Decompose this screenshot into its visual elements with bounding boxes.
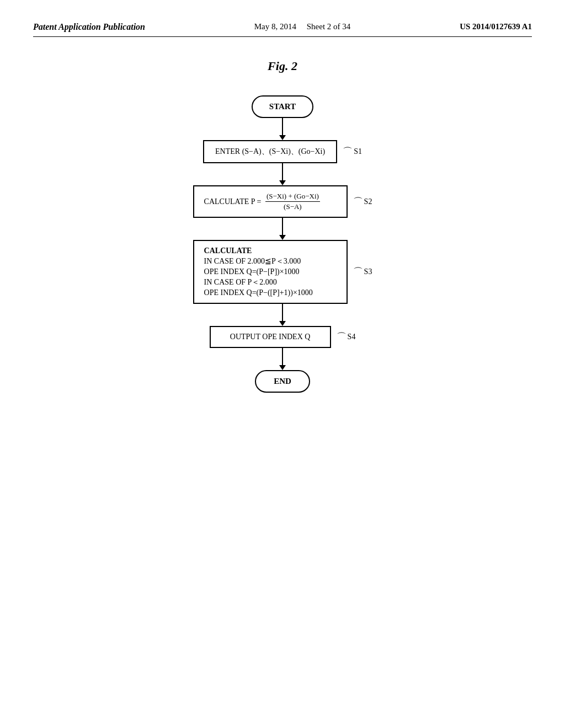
step-s3-line-2: IN CASE OF 2.000≦P＜3.000: [204, 256, 337, 266]
publication-date: May 8, 2014: [254, 22, 296, 31]
step-s2-id: S2: [364, 197, 372, 206]
step-s2-prefix: CALCULATE P =: [204, 197, 263, 206]
tilde-s4: ⌒: [337, 330, 347, 344]
arrow-2: [279, 163, 286, 185]
step-s1-label: ⌒ S1: [343, 145, 362, 158]
step-s4-label: ⌒ S4: [337, 330, 356, 344]
step-s3-line-1: CALCULATE: [204, 247, 337, 255]
flowchart: START ENTER (S−A)、(S−Xi)、(Go−Xi) ⌒ S1: [33, 95, 532, 393]
start-label: START: [269, 102, 296, 111]
arrow-head-4: [279, 321, 286, 326]
patent-number: US 2014/0127639 A1: [460, 22, 532, 31]
step-s1-row: ENTER (S−A)、(S−Xi)、(Go−Xi) ⌒ S1: [203, 140, 362, 163]
arrow-line-1: [282, 118, 283, 135]
arrow-line-3: [282, 218, 283, 235]
arrow-4: [279, 304, 286, 326]
arrow-5: [279, 348, 286, 370]
publication-label: Patent Application Publication: [33, 22, 145, 32]
step-s3-line-3: OPE INDEX Q=(P−[P])×1000: [204, 267, 337, 276]
step-s3-label: ⌒ S3: [353, 265, 372, 279]
step-s4-box: OUTPUT OPE INDEX Q: [210, 326, 331, 348]
step-s1-box: ENTER (S−A)、(S−Xi)、(Go−Xi): [203, 140, 337, 163]
sheet-info: Sheet 2 of 34: [307, 22, 351, 31]
step-s3-row: CALCULATE IN CASE OF 2.000≦P＜3.000 OPE I…: [193, 240, 372, 304]
arrow-head-3: [279, 235, 286, 240]
arrow-3: [279, 218, 286, 240]
figure-title: Fig. 2: [33, 59, 532, 73]
step-s3-box: CALCULATE IN CASE OF 2.000≦P＜3.000 OPE I…: [193, 240, 348, 304]
arrow-head-1: [279, 135, 286, 140]
step-s3-id: S3: [364, 267, 372, 276]
date-sheet: May 8, 2014 Sheet 2 of 34: [254, 22, 351, 31]
step-s4-text: OUTPUT OPE INDEX Q: [230, 333, 311, 341]
fraction: (S−Xi) + (Go−Xi) (S−A): [265, 192, 320, 211]
step-s2-row: CALCULATE P = (S−Xi) + (Go−Xi) (S−A) ⌒ S…: [193, 185, 372, 218]
step-s4-id: S4: [348, 333, 356, 341]
step-s1-text: ENTER (S−A)、(S−Xi)、(Go−Xi): [215, 147, 325, 156]
tilde-s2: ⌒: [353, 195, 363, 208]
end-node: END: [255, 370, 310, 393]
step-s2-box: CALCULATE P = (S−Xi) + (Go−Xi) (S−A): [193, 185, 348, 218]
step-s2-label: ⌒ S2: [353, 195, 372, 208]
arrow-1: [279, 118, 286, 140]
arrow-line-2: [282, 163, 283, 180]
fraction-denominator: (S−A): [282, 202, 303, 211]
arrow-head-5: [279, 365, 286, 370]
arrow-line-5: [282, 348, 283, 365]
step-s4-row: OUTPUT OPE INDEX Q ⌒ S4: [210, 326, 356, 348]
arrow-head-2: [279, 180, 286, 185]
tilde-s3: ⌒: [353, 265, 363, 279]
end-label: END: [274, 377, 291, 386]
step-s3-line-4: IN CASE OF P＜2.000: [204, 277, 337, 287]
step-s2-formula: CALCULATE P = (S−Xi) + (Go−Xi) (S−A): [204, 192, 337, 211]
page: Patent Application Publication May 8, 20…: [0, 0, 565, 728]
step-s3-line-5: OPE INDEX Q=(P−([P]+1))×1000: [204, 288, 337, 297]
page-header: Patent Application Publication May 8, 20…: [33, 22, 532, 37]
start-node: START: [252, 95, 313, 118]
fraction-numerator: (S−Xi) + (Go−Xi): [265, 192, 320, 202]
arrow-line-4: [282, 304, 283, 321]
tilde-s1: ⌒: [343, 145, 353, 158]
step-s1-id: S1: [354, 147, 362, 156]
